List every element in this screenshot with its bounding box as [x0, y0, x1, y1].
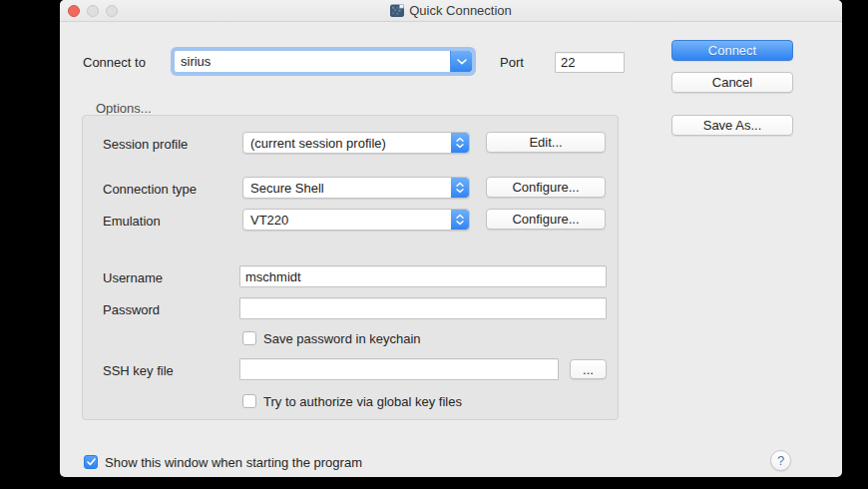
- popup-stepper-icon: [451, 178, 469, 198]
- connection-type-popup[interactable]: Secure Shell: [242, 177, 470, 199]
- cancel-button[interactable]: Cancel: [671, 72, 793, 93]
- screen-background: Quick Connection Connect to Port Connect…: [0, 0, 868, 489]
- save-as-button[interactable]: Save As...: [671, 115, 793, 136]
- title-group: Quick Connection: [390, 3, 512, 18]
- port-label: Port: [500, 55, 524, 70]
- ssh-key-file-label: SSH key file: [103, 363, 174, 378]
- window-title: Quick Connection: [409, 3, 512, 18]
- ssh-key-file-input[interactable]: [239, 358, 559, 380]
- options-group-label: Options...: [96, 101, 152, 116]
- show-window-label: Show this window when starting the progr…: [105, 455, 362, 470]
- password-label: Password: [103, 302, 160, 317]
- connect-to-input[interactable]: [175, 51, 450, 72]
- quick-connection-window: Quick Connection Connect to Port Connect…: [60, 0, 842, 477]
- browse-ssh-key-button[interactable]: ...: [570, 359, 607, 379]
- connect-to-label: Connect to: [83, 55, 146, 70]
- close-button[interactable]: [68, 5, 80, 17]
- popup-stepper-icon: [451, 210, 469, 230]
- global-keys-label: Try to authorize via global key files: [263, 394, 462, 409]
- connection-type-label: Connection type: [103, 182, 197, 197]
- global-keys-checkbox[interactable]: [242, 394, 256, 408]
- traffic-lights: [68, 5, 118, 17]
- popup-stepper-icon: [451, 133, 469, 153]
- chevron-down-icon[interactable]: [450, 51, 472, 72]
- save-password-checkbox[interactable]: [242, 331, 256, 345]
- titlebar[interactable]: Quick Connection: [60, 0, 842, 22]
- connect-to-combobox[interactable]: [174, 50, 473, 73]
- username-label: Username: [103, 270, 163, 285]
- emulation-value: VT220: [243, 210, 451, 230]
- show-window-checkbox[interactable]: [84, 455, 98, 469]
- session-profile-popup[interactable]: (current session profile): [242, 132, 470, 154]
- password-input[interactable]: [239, 297, 607, 319]
- connect-button[interactable]: Connect: [671, 40, 793, 61]
- configure-emulation-button[interactable]: Configure...: [486, 209, 606, 230]
- help-button[interactable]: ?: [770, 450, 791, 471]
- save-password-label: Save password in keychain: [263, 331, 421, 346]
- edit-button[interactable]: Edit...: [486, 132, 606, 153]
- checkmark-icon: [87, 458, 96, 466]
- port-input[interactable]: [555, 52, 625, 73]
- emulation-popup[interactable]: VT220: [242, 209, 470, 231]
- emulation-label: Emulation: [103, 214, 161, 229]
- app-icon: [390, 4, 404, 17]
- minimize-button[interactable]: [87, 5, 99, 17]
- session-profile-label: Session profile: [103, 137, 188, 152]
- session-profile-value: (current session profile): [243, 133, 451, 153]
- zoom-button[interactable]: [106, 5, 118, 17]
- connection-type-value: Secure Shell: [243, 178, 451, 198]
- username-input[interactable]: [239, 265, 607, 287]
- configure-connection-button[interactable]: Configure...: [486, 177, 606, 198]
